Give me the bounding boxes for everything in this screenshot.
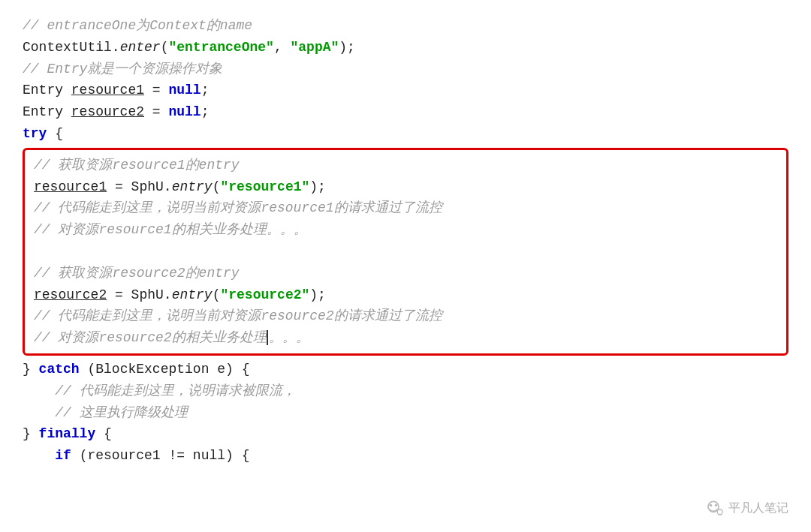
box-line-9: // 对资源resource2的相关业务处理。。。 (34, 327, 777, 349)
code-line-3: // Entry就是一个资源操作对象 (23, 59, 788, 80)
after-comment-1: // 代码能走到这里，说明请求被限流， (23, 380, 296, 402)
code-text: ContextUtil.enter("entranceOne", "appA")… (23, 37, 355, 59)
after-comment-2: // 这里执行降级处理 (23, 402, 188, 424)
comment-text: // Entry就是一个资源操作对象 (23, 59, 222, 80)
highlighted-code-box: // 获取资源resource1的entry resource1 = SphU.… (23, 148, 788, 356)
after-line-3: // 这里执行降级处理 (23, 402, 788, 424)
watermark-text: 平凡人笔记 (728, 498, 788, 518)
box-code-2: resource2 = SphU.entry("resource2"); (34, 284, 326, 306)
box-line-empty (34, 241, 777, 263)
box-comment-cn-1: // 代码能走到这里，说明当前对资源resource1的请求通过了流控 (34, 197, 442, 219)
comment-text: // entranceOne为Context的name (23, 15, 252, 37)
catch-keyword: } catch (BlockException e) { (23, 359, 249, 380)
box-comment-1: // 获取资源resource1的entry (34, 155, 240, 176)
code-line-2: ContextUtil.enter("entranceOne", "appA")… (23, 37, 788, 59)
code-line-6: try { (23, 123, 788, 145)
box-line-3: // 代码能走到这里，说明当前对资源resource1的请求通过了流控 (34, 197, 777, 219)
after-line-4: } finally { (23, 423, 788, 445)
box-line-6: // 获取资源resource2的entry (34, 263, 777, 284)
box-code-1: resource1 = SphU.entry("resource1"); (34, 176, 326, 198)
after-line-5: if (resource1 != null) { (23, 445, 788, 467)
after-line-1: } catch (BlockException e) { (23, 359, 788, 380)
code-container: // entranceOne为Context的name ContextUtil.… (23, 15, 788, 467)
watermark-icon (703, 497, 724, 518)
code-line-1: // entranceOne为Context的name (23, 15, 788, 37)
code-line-5: Entry resource2 = null; (23, 101, 788, 123)
box-comment-2: // 获取资源resource2的entry (34, 263, 240, 284)
after-line-2: // 代码能走到这里，说明请求被限流， (23, 380, 788, 402)
keyword-try: try (23, 123, 47, 145)
if-line: if (resource1 != null) { (23, 445, 249, 467)
svg-point-1 (710, 504, 713, 507)
watermark: 平凡人笔记 (703, 497, 788, 518)
code-text: Entry resource2 = null; (23, 101, 209, 123)
code-text: Entry resource1 = null; (23, 80, 209, 101)
box-comment-cn-4: // 对资源resource2的相关业务处理。。。 (34, 327, 309, 349)
box-line-4: // 对资源resource1的相关业务处理。。。 (34, 219, 777, 241)
box-comment-cn-2: // 对资源resource1的相关业务处理。。。 (34, 219, 307, 241)
code-line-4: Entry resource1 = null; (23, 80, 788, 101)
box-line-2: resource1 = SphU.entry("resource1"); (34, 176, 777, 198)
box-comment-cn-3: // 代码能走到这里，说明当前对资源resource2的请求通过了流控 (34, 305, 442, 327)
box-line-7: resource2 = SphU.entry("resource2"); (34, 284, 777, 306)
svg-point-2 (715, 504, 718, 507)
finally-line: } finally { (23, 423, 112, 445)
box-line-8: // 代码能走到这里，说明当前对资源resource2的请求通过了流控 (34, 305, 777, 327)
box-line-1: // 获取资源resource1的entry (34, 155, 777, 176)
